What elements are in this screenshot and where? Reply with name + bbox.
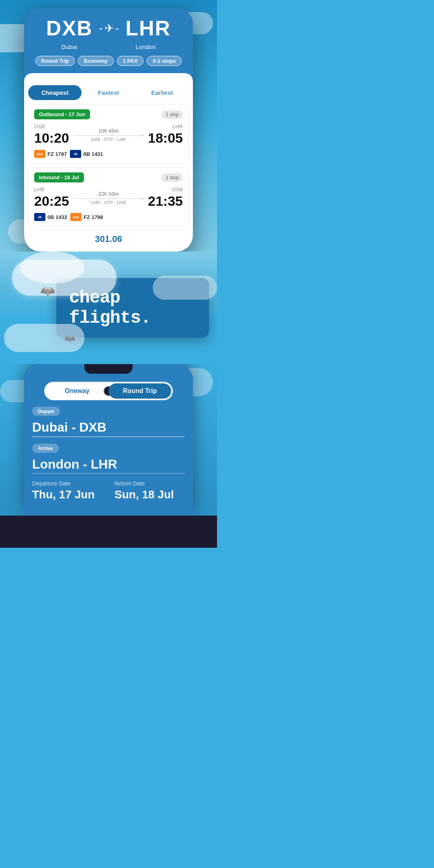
outbound-depart: 10:20 [34,130,69,146]
outbound-from: DXB [34,123,69,129]
search-form: Depart Dubai - DXB Arrive London - LHR D… [24,400,193,508]
dubai-logo-2: DXB [70,213,82,221]
inbound-from: LHR [34,186,69,192]
trip-type-tag[interactable]: Round Trip [35,56,75,66]
toggle-oneway[interactable]: Oneway [46,383,108,399]
outbound-label: Outbound - 17 Jun [34,109,90,119]
toggle-roundtrip[interactable]: Round Trip [108,383,171,399]
origin-city: Dubai [61,43,77,50]
outbound-flight1-code: FZ 1797 [47,151,67,157]
phone-mockup-2: Oneway Round Trip Depart Dubai - DXB Arr… [24,364,193,516]
dest-city: London [135,43,156,50]
outbound-airline2: 0B 0B 1431 [70,150,103,158]
inbound-airline1: 0B 0B 1432 [34,213,67,221]
arrive-divider [32,473,185,474]
price-value: 301.06 [95,234,122,244]
dates-row: Departure Date Thu, 17 Jun Return Date S… [32,480,185,501]
inbound-flight2-code: FZ 1798 [84,214,103,220]
tab-fastest[interactable]: Fastest [82,85,135,100]
inbound-flight1-code: 0B 1432 [47,214,67,220]
tab-earliest[interactable]: Earliest [135,85,189,100]
origin-code: DXB [46,16,93,40]
arrive-section: Arrive London - LHR [32,444,185,474]
inbound-via: LHR - OTP - DXB [73,200,144,205]
outbound-flight-card: Outbound - 17 Jun 1 stop DXB 10:20 10h 4… [28,104,189,163]
bottom-section [0,516,217,548]
trip-type-toggle[interactable]: Oneway Round Trip [44,382,173,400]
departure-date-label: Departure Date [32,480,102,487]
passengers-tag[interactable]: 1 PAX [117,56,144,66]
price-display: 301.06 [28,230,189,248]
tab-cheapest[interactable]: Cheapest [28,85,82,100]
inbound-stops: 1 stop [162,173,183,182]
duration-line [73,135,144,136]
outbound-airline1: DXB FZ 1797 [34,150,67,158]
cabin-tag[interactable]: Economy [78,56,114,66]
outbound-stops: 1 stop [162,110,183,119]
dest-code: LHR [125,16,171,40]
depart-label: Depart [32,407,60,416]
inbound-depart: 20:25 [34,193,69,209]
dubai-logo-1: DXB [34,150,45,158]
inbound-to: DXB [148,186,183,192]
phone-mockup-1: DXB -✈- LHR Dubai London Round Trip Econ… [24,8,193,252]
arrive-value[interactable]: London - LHR [32,457,185,472]
return-date-label: Return Date [115,480,185,487]
blue-logo-2: 0B [34,213,45,221]
outbound-arrive: 18:05 [148,130,183,146]
inbound-duration-line [73,199,144,199]
departure-date-field[interactable]: Departure Date Thu, 17 Jun [32,480,102,501]
arrive-label: Arrive [32,444,59,453]
inbound-arrive: 21:35 [148,193,183,209]
outbound-to: LHR [148,123,183,129]
inbound-airline2: DXB FZ 1798 [70,213,103,221]
inbound-flight-card: Inbound - 18 Jul 1 stop LHR 20:25 22h 10… [28,167,189,226]
depart-section: Depart Dubai - DXB [32,407,185,437]
stops-tag[interactable]: 0-2 stops [147,56,182,66]
return-date-field[interactable]: Return Date Sun, 18 Jul [115,480,185,501]
return-date-value: Sun, 18 Jul [115,488,185,501]
departure-date-value: Thu, 17 Jun [32,488,102,501]
phone-notch [84,364,133,374]
inbound-label: Inbound - 18 Jul [34,172,84,182]
outbound-via: DXB - OTP - LHR [73,137,144,142]
depart-value[interactable]: Dubai - DXB [32,420,185,435]
outbound-flight2-code: 0B 1431 [83,151,103,157]
outbound-duration: 10h 45m [73,128,144,134]
inbound-duration: 22h 10m [73,191,144,197]
blue-logo-1: 0B [70,150,81,158]
depart-divider [32,436,185,437]
flight-arrow-icon: -✈- [99,22,119,35]
tab-bar: Cheapest Fastest Earliest [24,85,193,104]
